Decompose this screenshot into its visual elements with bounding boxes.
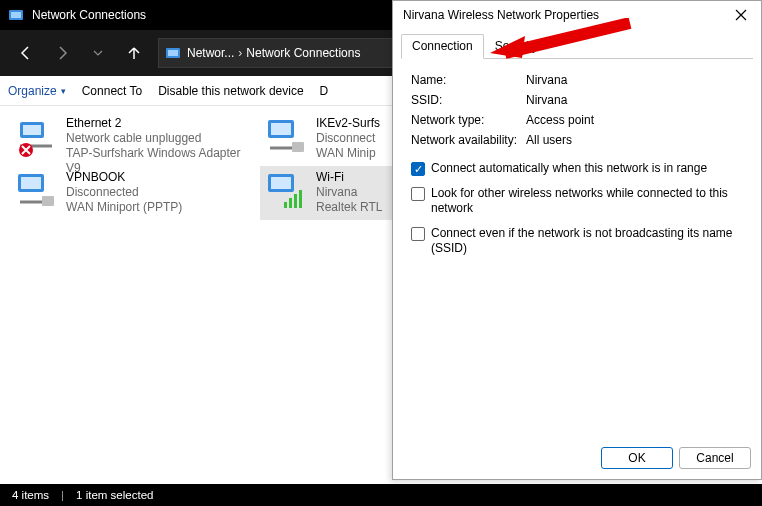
connection-status: Nirvana xyxy=(316,185,382,200)
tab-security[interactable]: Security xyxy=(484,34,549,59)
status-bar: 4 items | 1 item selected xyxy=(0,484,762,506)
connect-to-button[interactable]: Connect To xyxy=(82,84,143,98)
properties-grid: Name: Nirvana SSID: Nirvana Network type… xyxy=(411,73,743,147)
value-ssid: Nirvana xyxy=(526,93,743,107)
svg-rect-9 xyxy=(292,142,304,152)
diagnose-button[interactable]: D xyxy=(320,84,329,98)
connection-device: Realtek RTL xyxy=(316,200,382,215)
connection-name: IKEv2-Surfs xyxy=(316,116,380,131)
value-availability: All users xyxy=(526,133,743,147)
caret-down-icon: ▾ xyxy=(61,86,66,96)
connection-text: Wi-FiNirvanaRealtek RTL xyxy=(316,168,382,215)
label-type: Network type: xyxy=(411,113,526,127)
label-availability: Network availability: xyxy=(411,133,526,147)
status-selected: 1 item selected xyxy=(76,489,153,501)
value-type: Access point xyxy=(526,113,743,127)
connection-item[interactable]: VPNBOOKDisconnectedWAN Miniport (PPTP) xyxy=(10,166,260,220)
window-title: Network Connections xyxy=(32,8,146,22)
app-icon xyxy=(8,7,24,23)
close-button[interactable] xyxy=(727,4,755,26)
address-icon xyxy=(165,45,181,61)
chevron-right-icon: › xyxy=(238,46,242,60)
adapter-icon xyxy=(14,114,58,162)
status-count: 4 items xyxy=(12,489,49,501)
svg-rect-5 xyxy=(23,125,41,135)
label-name: Name: xyxy=(411,73,526,87)
svg-rect-17 xyxy=(294,194,297,208)
nav-back-button[interactable] xyxy=(12,39,40,67)
checkbox-label: Look for other wireless networks while c… xyxy=(431,186,743,216)
ok-button[interactable]: OK xyxy=(601,447,673,469)
checkbox-label: Connect automatically when this network … xyxy=(431,161,707,176)
connection-name: Ethernet 2 xyxy=(66,116,256,131)
connection-name: Wi-Fi xyxy=(316,170,382,185)
organize-button[interactable]: Organize ▾ xyxy=(8,84,66,98)
connection-text: VPNBOOKDisconnectedWAN Miniport (PPTP) xyxy=(66,168,182,215)
adapter-icon xyxy=(264,168,308,216)
svg-rect-11 xyxy=(21,177,41,189)
connection-name: VPNBOOK xyxy=(66,170,182,185)
nav-forward-button[interactable] xyxy=(48,39,76,67)
breadcrumb: Networ... › Network Connections xyxy=(187,46,360,60)
connection-status: Network cable unplugged xyxy=(66,131,256,146)
svg-rect-12 xyxy=(42,196,54,206)
checkbox-icon: ✓ xyxy=(411,162,425,176)
svg-rect-14 xyxy=(271,177,291,189)
connection-device: WAN Miniport (PPTP) xyxy=(66,200,182,215)
status-divider: | xyxy=(61,489,64,501)
tab-panel-connection: Name: Nirvana SSID: Nirvana Network type… xyxy=(393,59,761,439)
adapter-icon xyxy=(264,114,308,162)
label-ssid: SSID: xyxy=(411,93,526,107)
checkbox-icon xyxy=(411,227,425,241)
dialog-title: Nirvana Wireless Network Properties xyxy=(403,8,599,22)
connection-item[interactable]: Ethernet 2Network cable unpluggedTAP-Sur… xyxy=(10,112,260,166)
value-name: Nirvana xyxy=(526,73,743,87)
connection-device: WAN Minip xyxy=(316,146,380,161)
svg-rect-8 xyxy=(271,123,291,135)
dialog-titlebar: Nirvana Wireless Network Properties xyxy=(393,1,761,29)
properties-dialog: Nirvana Wireless Network Properties Conn… xyxy=(392,0,762,480)
connection-status: Disconnect xyxy=(316,131,380,146)
checkbox-hidden-ssid[interactable]: Connect even if the network is not broad… xyxy=(411,226,743,256)
checkbox-icon xyxy=(411,187,425,201)
nav-recent-button[interactable] xyxy=(84,39,112,67)
nav-up-button[interactable] xyxy=(120,39,148,67)
breadcrumb-part[interactable]: Network Connections xyxy=(246,46,360,60)
svg-rect-3 xyxy=(168,50,178,56)
dialog-buttons: OK Cancel xyxy=(393,439,761,479)
breadcrumb-part[interactable]: Networ... xyxy=(187,46,234,60)
checkbox-auto-connect[interactable]: ✓ Connect automatically when this networ… xyxy=(411,161,743,176)
checkbox-label: Connect even if the network is not broad… xyxy=(431,226,743,256)
cancel-button[interactable]: Cancel xyxy=(679,447,751,469)
adapter-icon xyxy=(14,168,58,216)
disable-device-button[interactable]: Disable this network device xyxy=(158,84,303,98)
connection-status: Disconnected xyxy=(66,185,182,200)
tabs: Connection Security xyxy=(401,33,753,59)
svg-rect-18 xyxy=(299,190,302,208)
tab-connection[interactable]: Connection xyxy=(401,34,484,59)
tabs-container: Connection Security xyxy=(393,29,761,59)
checkbox-look-other[interactable]: Look for other wireless networks while c… xyxy=(411,186,743,216)
connection-text: IKEv2-SurfsDisconnectWAN Minip xyxy=(316,114,380,161)
svg-rect-15 xyxy=(284,202,287,208)
svg-rect-1 xyxy=(11,12,21,18)
svg-rect-16 xyxy=(289,198,292,208)
